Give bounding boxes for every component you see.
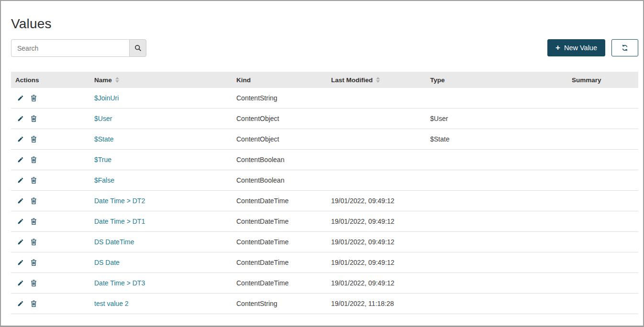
pencil-icon <box>17 197 24 204</box>
app-window: Values + New Value <box>0 0 644 327</box>
column-header-label: Kind <box>236 76 251 84</box>
delete-button[interactable] <box>30 218 37 225</box>
delete-button[interactable] <box>30 197 37 205</box>
table-row: $StateContentObject$State <box>11 129 638 150</box>
trash-icon <box>30 238 37 246</box>
last-modified-cell: 19/01/2022, 09:49:12 <box>331 238 430 246</box>
sort-arrows-icon[interactable] <box>376 77 380 83</box>
search-button[interactable] <box>129 39 146 57</box>
new-value-button[interactable]: + New Value <box>547 39 605 56</box>
kind-cell: ContentDateTime <box>236 238 331 246</box>
pencil-icon <box>17 259 24 266</box>
column-header-kind: Kind <box>236 76 331 84</box>
row-actions-cell <box>11 238 94 246</box>
column-header-name[interactable]: Name <box>94 76 236 84</box>
edit-button[interactable] <box>17 136 24 142</box>
value-name-link[interactable]: $State <box>94 135 113 143</box>
delete-button[interactable] <box>30 259 37 266</box>
trash-icon <box>30 94 37 102</box>
edit-button[interactable] <box>17 156 24 163</box>
last-modified-cell: 19/01/2022, 11:18:28 <box>331 300 430 307</box>
delete-button[interactable] <box>30 279 37 287</box>
search-input[interactable] <box>11 39 129 57</box>
delete-button[interactable] <box>30 176 37 184</box>
name-cell: Date Time > DT1 <box>94 218 236 225</box>
row-actions-cell <box>11 279 94 287</box>
table-row: $TrueContentBoolean <box>11 150 638 170</box>
column-header-label: Last Modified <box>331 76 373 84</box>
trash-icon <box>30 279 37 287</box>
name-cell: DS Date <box>94 259 236 266</box>
name-cell: $User <box>94 115 236 122</box>
delete-button[interactable] <box>30 156 37 164</box>
table-header-row: ActionsNameKindLast ModifiedTypeSummary <box>11 72 638 88</box>
edit-button[interactable] <box>17 177 24 184</box>
delete-button[interactable] <box>30 115 37 122</box>
edit-button[interactable] <box>17 218 24 225</box>
delete-button[interactable] <box>30 94 37 102</box>
name-cell: $True <box>94 156 236 164</box>
edit-button[interactable] <box>17 280 24 286</box>
edit-button[interactable] <box>17 95 24 101</box>
table-row: $FalseContentBoolean <box>11 170 638 191</box>
pencil-icon <box>17 239 24 245</box>
delete-button[interactable] <box>30 300 37 307</box>
new-value-label: New Value <box>564 44 597 52</box>
refresh-icon <box>621 44 629 52</box>
pencil-icon <box>17 95 24 101</box>
kind-cell: ContentBoolean <box>236 156 331 164</box>
last-modified-cell: 19/01/2022, 09:49:12 <box>331 279 430 287</box>
column-header-summary: Summary <box>572 76 638 84</box>
edit-button[interactable] <box>17 300 24 307</box>
value-name-link[interactable]: $User <box>94 115 112 122</box>
value-name-link[interactable]: $JoinUri <box>94 94 119 102</box>
page-title: Values <box>11 16 638 32</box>
table-row: Date Time > DT1ContentDateTime19/01/2022… <box>11 211 638 232</box>
row-actions-cell <box>11 197 94 205</box>
row-actions-cell <box>11 300 94 307</box>
pencil-icon <box>17 156 24 163</box>
delete-button[interactable] <box>30 238 37 246</box>
name-cell: Date Time > DT3 <box>94 279 236 287</box>
row-actions-cell <box>11 259 94 266</box>
trash-icon <box>30 156 37 164</box>
kind-cell: ContentObject <box>236 135 331 143</box>
column-header-type: Type <box>430 76 572 84</box>
kind-cell: ContentString <box>236 94 331 102</box>
pencil-icon <box>17 218 24 225</box>
pencil-icon <box>17 300 24 307</box>
sort-arrows-icon[interactable] <box>115 77 119 83</box>
kind-cell: ContentDateTime <box>236 279 331 287</box>
value-name-link[interactable]: DS Date <box>94 259 120 266</box>
column-header-actions: Actions <box>11 76 94 84</box>
value-name-link[interactable]: Date Time > DT1 <box>94 218 145 225</box>
edit-button[interactable] <box>17 197 24 204</box>
kind-cell: ContentDateTime <box>236 259 331 266</box>
value-name-link[interactable]: $True <box>94 156 111 164</box>
trash-icon <box>30 135 37 143</box>
value-name-link[interactable]: Date Time > DT3 <box>94 279 145 287</box>
values-table: ActionsNameKindLast ModifiedTypeSummary … <box>11 72 638 314</box>
edit-button[interactable] <box>17 259 24 266</box>
name-cell: $JoinUri <box>94 94 236 102</box>
plus-icon: + <box>555 44 560 52</box>
value-name-link[interactable]: Date Time > DT2 <box>94 197 145 205</box>
search-group <box>11 39 146 57</box>
table-row: DS DateTimeContentDateTime19/01/2022, 09… <box>11 232 638 252</box>
column-header-modified[interactable]: Last Modified <box>331 76 430 84</box>
delete-button[interactable] <box>30 135 37 143</box>
edit-button[interactable] <box>17 239 24 245</box>
value-name-link[interactable]: test value 2 <box>94 300 129 307</box>
table-row: Date Time > DT2ContentDateTime19/01/2022… <box>11 191 638 211</box>
toolbar: + New Value <box>11 39 638 57</box>
pencil-icon <box>17 280 24 286</box>
toolbar-right-actions: + New Value <box>547 39 638 56</box>
value-name-link[interactable]: DS DateTime <box>94 238 134 246</box>
value-name-link[interactable]: $False <box>94 176 114 184</box>
trash-icon <box>30 218 37 225</box>
type-cell: $User <box>430 115 572 122</box>
table-row: $JoinUriContentString <box>11 88 638 109</box>
edit-button[interactable] <box>17 115 24 122</box>
refresh-button[interactable] <box>611 39 638 56</box>
name-cell: $State <box>94 135 236 143</box>
